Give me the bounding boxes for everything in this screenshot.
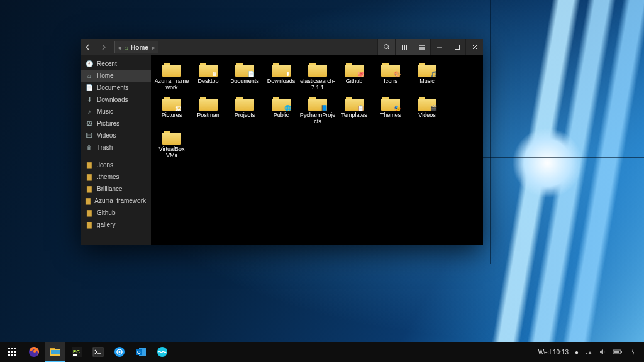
close-button[interactable] [465,39,483,55]
wallpaper-divider [490,0,491,264]
sidebar-item-label: Home [97,72,114,79]
back-button[interactable] [80,39,96,55]
folder-label: Public [274,112,289,118]
taskbar-app-outlook[interactable]: O [131,342,151,362]
taskbar-app-terminal[interactable] [88,342,108,362]
battery-icon[interactable] [613,349,623,355]
firefox-icon [28,346,40,358]
folder-icon [235,96,254,111]
sidebar-bookmark-azurra_framework[interactable]: ▇Azurra_framework [80,195,151,207]
folder-postman[interactable]: Postman [190,96,226,124]
folder-icon: 🐙 [345,62,364,77]
sidebar-item-label: Github [97,209,115,216]
sidebar-bookmark-brilliance[interactable]: ▇Brilliance [80,183,151,195]
sidebar-item-label: Recent [97,60,117,67]
sidebar: 🕘Recent⌂Home📄Documents⬇Downloads♪Music🖼P… [80,55,151,245]
folder-desktop[interactable]: 🖥Desktop [190,62,226,90]
sidebar-item-label: Documents [97,84,129,91]
folder-label: Azurra_framework [153,78,190,90]
folder-icon: ▇ [86,197,91,204]
folder-music[interactable]: 🎵Music [409,62,445,90]
svg-rect-2 [404,45,405,50]
folder-label: PycharmProjects [299,112,336,124]
folder-grid[interactable]: Azurra_framework🖥Desktop📄Documents⬇Downl… [151,55,483,245]
sidebar-item-home[interactable]: ⌂Home [80,70,151,82]
music-icon: ♪ [86,108,93,115]
sidebar-item-label: Brilliance [97,185,123,192]
volume-icon[interactable] [599,348,606,356]
svg-text:O: O [137,350,141,354]
folder-icon [199,96,218,111]
titlebar: ◂ ⌂ Home ▸ [80,39,483,55]
svg-rect-12 [11,354,13,356]
minimize-button[interactable] [430,39,448,55]
taskbar-app-firefox[interactable] [24,342,44,362]
svg-rect-10 [14,351,16,353]
view-toggle-button[interactable] [395,39,413,55]
software-icon [113,346,126,358]
sidebar-item-trash[interactable]: 🗑Trash [80,141,151,153]
folder-icons[interactable]: 🎨Icons [372,62,409,90]
folder-azurra_framework[interactable]: Azurra_framework [153,62,190,90]
folder-public[interactable]: 🌐Public [263,96,299,124]
folder-overlay-icon: 🖥 [211,70,219,78]
folder-virtualbox-vms[interactable]: VirtualBox VMs [153,129,190,158]
folder-projects[interactable]: Projects [226,96,263,124]
folder-downloads[interactable]: ⬇Downloads [263,62,299,90]
folder-icon: 🎭 [381,96,400,111]
path-bar[interactable]: ◂ ⌂ Home ▸ [114,41,158,53]
path-segment-home[interactable]: ⌂ Home [121,41,152,53]
sidebar-item-label: Trash [97,144,113,151]
sidebar-item-videos[interactable]: 🎞Videos [80,129,151,141]
sidebar-item-music[interactable]: ♪Music [80,106,151,118]
folder-overlay-icon: 🖼 [174,104,182,112]
folder-overlay-icon: 🌐 [284,104,292,112]
svg-point-0 [384,45,388,49]
svg-point-24 [119,351,121,353]
sidebar-bookmark--themes[interactable]: ▇.themes [80,171,151,183]
maximize-button[interactable] [448,39,465,55]
svg-rect-9 [11,351,13,353]
taskbar-app-audio[interactable] [152,342,172,362]
sidebar-bookmark--icons[interactable]: ▇.icons [80,159,151,171]
folder-templates[interactable]: 📋Templates [336,96,372,124]
folder-videos[interactable]: 🎬Videos [409,96,445,124]
taskbar-app-pycharm[interactable]: PC [67,342,87,362]
folder-icon: ▇ [86,162,93,168]
search-button[interactable] [377,39,395,55]
folder-pycharmprojects[interactable]: 📘PycharmProjects [299,96,336,124]
power-icon[interactable] [629,348,636,356]
video-icon: 🎞 [86,132,93,139]
sidebar-item-documents[interactable]: 📄Documents [80,82,151,94]
audio-icon [156,346,169,358]
taskbar-app-files[interactable] [45,342,65,362]
folder-label: Projects [235,112,255,118]
folder-icon: 📘 [308,96,327,111]
folder-documents[interactable]: 📄Documents [226,62,263,90]
sidebar-item-label: Pictures [97,120,119,127]
sidebar-bookmark-gallery[interactable]: ▇gallery [80,219,151,231]
folder-github[interactable]: 🐙Github [336,62,372,90]
hamburger-menu-button[interactable] [413,39,430,55]
sidebar-item-pictures[interactable]: 🖼Pictures [80,118,151,129]
sidebar-item-recent[interactable]: 🕘Recent [80,58,151,70]
folder-icon: 📄 [235,62,254,77]
taskbar-app-software[interactable] [109,342,130,362]
folder-elasticsearch-7-1-1[interactable]: elasticsearch-7.1.1 [299,62,336,90]
folder-label: elasticsearch-7.1.1 [299,78,336,90]
svg-rect-13 [14,354,16,356]
svg-rect-8 [8,351,10,353]
folder-label: Pictures [162,112,182,118]
sidebar-item-label: Videos [97,132,116,139]
folder-label: Music [419,78,435,84]
taskbar-app-launcher[interactable] [3,342,23,362]
system-tray: Wed 10:13 ● [538,348,641,356]
folder-themes[interactable]: 🎭Themes [372,96,409,124]
folder-overlay-icon: 📘 [320,104,328,112]
network-icon[interactable] [585,348,592,356]
sidebar-bookmark-github[interactable]: ▇Github [80,207,151,219]
forward-button[interactable] [96,39,111,55]
folder-pictures[interactable]: 🖼Pictures [153,96,190,124]
sidebar-item-downloads[interactable]: ⬇Downloads [80,94,151,106]
clock[interactable]: Wed 10:13 [538,349,569,356]
